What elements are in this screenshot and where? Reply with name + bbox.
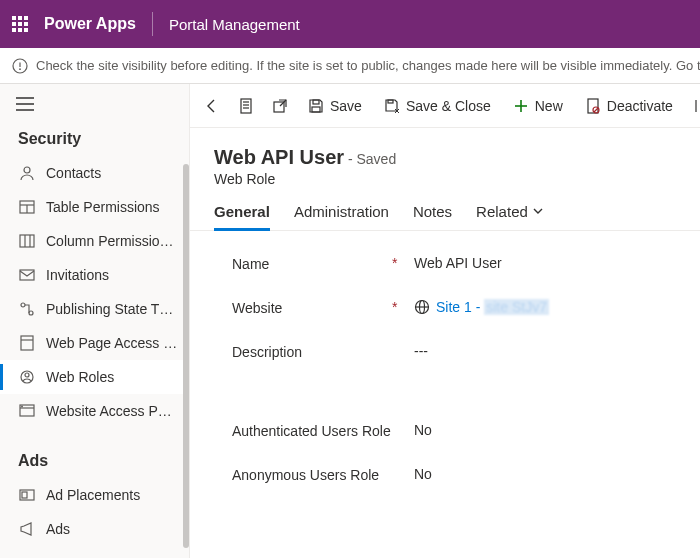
columns-icon: [18, 232, 36, 250]
app-launcher-icon[interactable]: [12, 16, 28, 32]
svg-rect-31: [312, 107, 320, 112]
tab-related[interactable]: Related: [476, 203, 544, 230]
sidebar-item-invitations[interactable]: Invitations: [0, 258, 189, 292]
notification-text: Check the site visibility before editing…: [36, 58, 700, 73]
popout-button[interactable]: [264, 90, 296, 122]
sidebar-item-web-roles[interactable]: Web Roles: [0, 360, 189, 394]
svg-rect-10: [20, 235, 34, 247]
table-icon: [18, 198, 36, 216]
field-name[interactable]: Name * Web API User: [232, 255, 700, 273]
field-label: Website: [232, 299, 392, 317]
svg-rect-13: [20, 270, 34, 280]
open-record-set-button[interactable]: [230, 90, 262, 122]
tab-label: Notes: [413, 203, 452, 220]
header-divider: [152, 12, 153, 36]
content-area: Save Save & Close New Deactivate Web API…: [190, 84, 700, 558]
back-button[interactable]: [196, 90, 228, 122]
sidebar-item-website-access[interactable]: Website Access P…: [0, 394, 189, 428]
new-button[interactable]: New: [503, 90, 573, 122]
form-tabs: General Administration Notes Related: [190, 187, 700, 231]
sidebar-label: Contacts: [46, 165, 101, 181]
website-icon: [18, 402, 36, 420]
sidebar-label: Column Permissio…: [46, 233, 174, 249]
cmd-label: Deactivate: [607, 98, 673, 114]
field-website[interactable]: Website * Site 1 - site StJv7: [232, 299, 700, 317]
field-auth-users-role[interactable]: Authenticated Users Role No: [232, 422, 700, 440]
sidebar: Security Contacts Table Permissions Colu…: [0, 84, 190, 558]
plus-icon: [513, 98, 529, 114]
save-icon: [308, 98, 324, 114]
sidebar-item-column-permissions[interactable]: Column Permissio…: [0, 224, 189, 258]
sidebar-label: Ad Placements: [46, 487, 140, 503]
sidebar-toggle[interactable]: [0, 84, 189, 124]
svg-point-19: [25, 373, 29, 377]
svg-rect-16: [21, 336, 33, 350]
svg-point-6: [24, 167, 30, 173]
record-header: Web API User - Saved Web Role: [190, 128, 700, 187]
tab-label: Administration: [294, 203, 389, 220]
record-status: - Saved: [348, 151, 396, 167]
record-entity: Web Role: [214, 171, 700, 187]
sidebar-item-ads[interactable]: Ads: [0, 512, 189, 546]
svg-rect-24: [22, 492, 27, 498]
flow-icon: [18, 300, 36, 318]
svg-rect-32: [388, 100, 393, 103]
tab-notes[interactable]: Notes: [413, 203, 452, 230]
deactivate-button[interactable]: Deactivate: [575, 90, 683, 122]
field-value: Site 1 - site StJv7: [414, 299, 549, 315]
svg-point-14: [21, 303, 25, 307]
sidebar-label: Website Access P…: [46, 403, 172, 419]
cmd-label: New: [535, 98, 563, 114]
hamburger-icon: [16, 97, 34, 111]
sidebar-label: Web Page Access …: [46, 335, 177, 351]
cmd-label: Save & Close: [406, 98, 491, 114]
sidebar-scrollbar[interactable]: [183, 164, 189, 548]
record-title: Web API User: [214, 146, 344, 168]
field-value: ---: [414, 343, 428, 359]
sidebar-label: Invitations: [46, 267, 109, 283]
globe-icon: [414, 299, 430, 315]
sidebar-group-security: Security: [0, 124, 189, 156]
field-label: Name: [232, 255, 392, 273]
more-icon: [693, 98, 699, 114]
tab-administration[interactable]: Administration: [294, 203, 389, 230]
lookup-link[interactable]: Site 1 - site StJv7: [436, 299, 549, 315]
more-commands-button[interactable]: [685, 90, 700, 122]
megaphone-icon: [18, 520, 36, 538]
required-icon: *: [392, 299, 400, 315]
popout-icon: [272, 98, 288, 114]
document-icon: [238, 98, 254, 114]
save-button[interactable]: Save: [298, 90, 372, 122]
app-name-label: Portal Management: [169, 16, 300, 33]
sidebar-label: Table Permissions: [46, 199, 160, 215]
field-description[interactable]: Description ---: [232, 343, 700, 361]
sidebar-item-webpage-access[interactable]: Web Page Access …: [0, 326, 189, 360]
page-icon: [18, 334, 36, 352]
sidebar-label: Web Roles: [46, 369, 114, 385]
notification-bar: Check the site visibility before editing…: [0, 48, 700, 84]
field-anon-users-role[interactable]: Anonymous Users Role No: [232, 466, 700, 484]
cmd-label: Save: [330, 98, 362, 114]
tab-general[interactable]: General: [214, 203, 270, 230]
sidebar-item-ad-placements[interactable]: Ad Placements: [0, 478, 189, 512]
sidebar-label: Ads: [46, 521, 70, 537]
field-value: Web API User: [414, 255, 502, 271]
command-bar: Save Save & Close New Deactivate: [190, 84, 700, 128]
placement-icon: [18, 486, 36, 504]
svg-rect-30: [313, 100, 319, 104]
field-value: No: [414, 466, 432, 482]
sidebar-item-publishing-state[interactable]: Publishing State T…: [0, 292, 189, 326]
brand-label: Power Apps: [44, 15, 136, 33]
field-label: Description: [232, 343, 392, 361]
sidebar-item-contacts[interactable]: Contacts: [0, 156, 189, 190]
form-body: Name * Web API User Website * Site 1 - s…: [190, 231, 700, 510]
deactivate-icon: [585, 98, 601, 114]
contact-icon: [18, 164, 36, 182]
invitation-icon: [18, 266, 36, 284]
sidebar-item-table-permissions[interactable]: Table Permissions: [0, 190, 189, 224]
field-label: Authenticated Users Role: [232, 422, 392, 440]
field-value: No: [414, 422, 432, 438]
svg-point-2: [19, 68, 21, 70]
svg-rect-25: [241, 99, 251, 113]
save-close-button[interactable]: Save & Close: [374, 90, 501, 122]
